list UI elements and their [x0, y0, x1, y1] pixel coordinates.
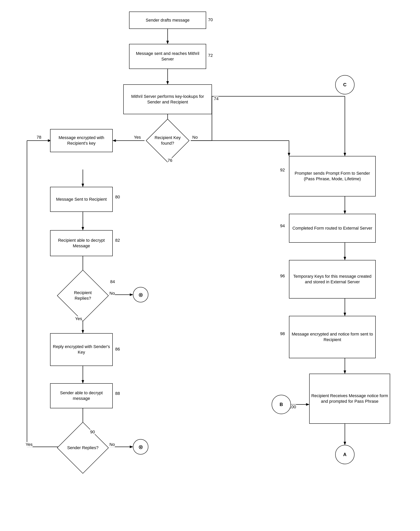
no-label-recipient: No [109, 291, 115, 296]
ref-92: 92 [280, 168, 285, 173]
sender-replies-diamond: Sender Replies? [56, 428, 110, 468]
no-label-sender: No [109, 442, 115, 447]
svg-marker-11 [82, 227, 84, 230]
ref-78: 78 [37, 135, 41, 140]
prompter-sends-box: Prompter sends Prompt Form to Sender (Pa… [289, 156, 376, 196]
yes-label-recipient: Yes [75, 316, 82, 321]
flowchart-diagram: Sender drafts message 70 Message sent an… [0, 0, 420, 531]
ref-82: 82 [115, 238, 120, 243]
ref-76: 76 [168, 158, 172, 163]
svg-marker-23 [130, 446, 133, 448]
ref-72: 72 [208, 53, 213, 58]
x-circle-sender: ⊗ [133, 439, 148, 455]
svg-marker-1 [166, 41, 169, 44]
message-sent-recipient-box: Message Sent to Recipient [50, 187, 113, 212]
svg-marker-7 [113, 139, 116, 142]
recipient-receives-box: Recipient Receives Message notice form a… [309, 374, 390, 424]
circle-c: C [335, 75, 355, 94]
ref-84: 84 [110, 279, 115, 284]
ref-94: 94 [280, 223, 285, 228]
ref-96: 96 [280, 274, 285, 279]
ref-80: 80 [115, 194, 120, 200]
svg-marker-30 [288, 153, 290, 156]
recipient-key-diamond: Recipient Key found? [145, 123, 191, 158]
svg-marker-15 [130, 294, 133, 296]
circle-a: A [335, 445, 355, 464]
yes-label-key: Yes [134, 135, 141, 140]
svg-marker-32 [344, 153, 346, 156]
recipient-replies-diamond: Recipient Replies? [56, 275, 110, 316]
yes-label-sender: Yes [26, 442, 32, 447]
svg-marker-47 [306, 403, 309, 406]
svg-marker-9 [82, 184, 84, 187]
ref-70: 70 [208, 17, 213, 22]
sender-decrypt-box: Sender able to decrypt message [50, 383, 113, 408]
ref-98: 98 [280, 331, 285, 336]
completed-form-box: Completed Form routed to External Server [289, 214, 376, 243]
sender-drafts-box: Sender drafts message [129, 12, 206, 29]
svg-marker-17 [82, 330, 84, 333]
svg-marker-39 [344, 257, 346, 260]
svg-marker-45 [344, 442, 346, 445]
msg-encrypted-notice-box: Message encrypted and notice form sent t… [289, 316, 376, 358]
svg-marker-3 [166, 81, 169, 84]
svg-marker-41 [344, 313, 346, 316]
svg-marker-19 [82, 380, 84, 383]
svg-marker-37 [344, 211, 346, 214]
message-sent-box: Message sent and reaches Mithril Server [129, 44, 206, 69]
x-circle-recipient: ⊗ [133, 287, 148, 302]
key-lookup-box: Mithril Server performs key-lookups for … [123, 84, 212, 114]
ref-90: 90 [90, 429, 95, 434]
circle-b: B [272, 395, 291, 414]
svg-marker-43 [344, 370, 346, 374]
recipient-decrypt-box: Recipient able to decrypt Message [50, 230, 113, 256]
no-label-key: No [192, 135, 198, 140]
temp-keys-box: Temporary Keys for this message created … [289, 260, 376, 298]
ref-88: 88 [115, 391, 120, 396]
reply-encrypted-box: Reply encrypted with Sender's Key [50, 333, 113, 366]
ref-86: 86 [115, 347, 120, 352]
ref-74: 74 [214, 96, 218, 101]
message-encrypted-box: Message encrypted with Recipient's key [50, 129, 113, 152]
